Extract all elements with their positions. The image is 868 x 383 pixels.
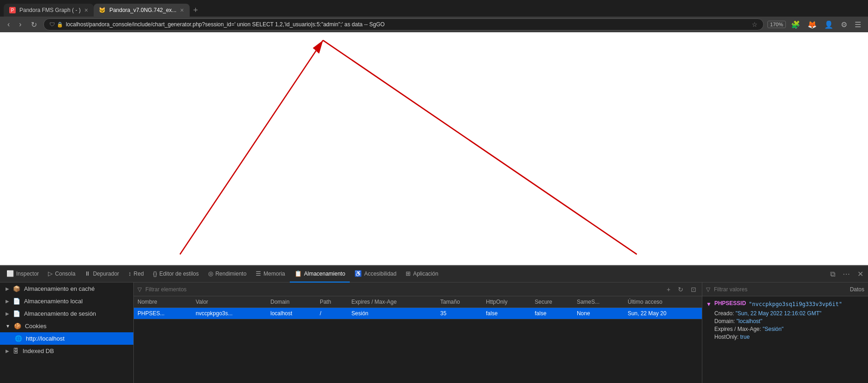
filter-icon: ▽ <box>138 286 142 293</box>
tab-network[interactable]: ↕ Red <box>124 266 149 283</box>
storage-table: Nombre Valor Domain Path Expires / Max-A… <box>134 296 702 383</box>
cookie-prop-hostonly: HostOnly: true <box>706 334 864 340</box>
sidebar-item-cache[interactable]: ▶ 📦 Almacenamiento en caché <box>0 283 133 295</box>
svg-line-2 <box>323 40 637 254</box>
filter-values-input[interactable] <box>712 286 845 293</box>
tab-pandora-graph[interactable]: P Pandora FMS Graph ( - ) × <box>4 4 94 17</box>
style-editor-label: Editor de estilos <box>159 271 198 277</box>
col-sames: SameS... <box>573 296 624 308</box>
cookie-expand-icon: ▼ <box>706 301 712 307</box>
memory-icon: ☰ <box>256 270 261 277</box>
filter-input[interactable] <box>145 286 661 293</box>
sidebar-item-local-label: Almacenamiento local <box>24 298 83 305</box>
address-security-icons: 🛡 🔒 <box>49 21 63 28</box>
col-valor: Valor <box>192 296 267 308</box>
cell-secure: false <box>531 308 573 319</box>
menu-button[interactable]: ☰ <box>852 19 863 30</box>
col-tamano: Tamaño <box>437 296 482 308</box>
tab-pandora-v7[interactable]: 🐱 Pandora_v7.0NG.742_ex... × <box>94 4 190 17</box>
cookie-prop-domain: Domain: "localhost" <box>706 318 864 324</box>
forward-button[interactable]: › <box>16 19 24 29</box>
tab-style-editor[interactable]: {} Editor de estilos <box>149 266 204 283</box>
detach-button[interactable]: ⧉ <box>827 269 838 279</box>
local-arrow-icon: ▶ <box>6 299 9 304</box>
devtools-right-controls: ⧉ ⋯ ✕ <box>827 269 866 279</box>
network-icon: ↕ <box>128 270 132 277</box>
browser-chrome: P Pandora FMS Graph ( - ) × 🐱 Pandora_v7… <box>0 0 868 32</box>
cell-domain: localhost <box>267 308 316 319</box>
console-label: Consola <box>55 271 75 277</box>
more-button[interactable]: ⋯ <box>840 269 853 279</box>
tab-close-2[interactable]: × <box>180 6 184 14</box>
cookie-domain-value: "localhost" <box>736 318 762 324</box>
col-nombre: Nombre <box>134 296 192 308</box>
sidebar-item-localhost-label: http://localhost <box>26 335 65 342</box>
sidebar-item-cookies[interactable]: ▼ 🍪 Cookies <box>0 320 133 332</box>
application-label: Aplicación <box>413 271 438 277</box>
shield-icon: 🛡 <box>49 21 55 28</box>
localhost-icon: 🌐 <box>15 335 22 342</box>
tab-memory[interactable]: ☰ Memoria <box>251 266 290 283</box>
sidebar-item-indexeddb-label: Indexed DB <box>23 348 54 354</box>
cookie-hostonly-value: true <box>740 334 750 340</box>
sidebar-item-cookies-label: Cookies <box>25 323 47 330</box>
indexeddb-icon: 🗄 <box>13 348 19 354</box>
sidebar-item-session-label: Almacenamiento de sesión <box>24 310 96 317</box>
tab-application[interactable]: ⊞ Aplicación <box>401 266 443 283</box>
cell-httponly: false <box>482 308 531 319</box>
close-devtools-button[interactable]: ✕ <box>855 269 866 279</box>
sidebar-item-localhost[interactable]: 🌐 http://localhost <box>0 332 133 345</box>
filter-bar: ▽ + ↻ ⊡ <box>134 283 702 296</box>
tab-storage[interactable]: 📋 Almacenamiento <box>290 266 350 283</box>
storage-label: Almacenamiento <box>304 271 345 277</box>
application-icon: ⊞ <box>406 270 411 277</box>
sidebar-item-indexeddb[interactable]: ▶ 🗄 Indexed DB <box>0 345 133 357</box>
clear-button[interactable]: ⊡ <box>689 286 698 293</box>
tab-console[interactable]: ▷ Consola <box>43 266 80 283</box>
tab-performance[interactable]: ◎ Rendimiento <box>204 266 251 283</box>
refresh-button[interactable]: ↻ <box>676 286 685 293</box>
nav-bar: ‹ › ↻ 🛡 🔒 localhost/pandora_console/incl… <box>0 17 868 32</box>
address-text: localhost/pandora_console/include/chart_… <box>66 21 749 28</box>
col-secure: Secure <box>531 296 573 308</box>
tab-debugger[interactable]: ⏸ Depurador <box>80 266 124 283</box>
reload-button[interactable]: ↻ <box>28 19 40 30</box>
right-panel-header: ▽ Datos <box>702 283 868 296</box>
debugger-label: Depurador <box>93 271 119 277</box>
address-bar[interactable]: 🛡 🔒 localhost/pandora_console/include/ch… <box>43 18 764 30</box>
back-button[interactable]: ‹ <box>5 19 12 29</box>
add-filter-button[interactable]: + <box>665 286 672 293</box>
col-path: Path <box>316 296 348 308</box>
profile-badge[interactable]: 👤 <box>822 19 836 30</box>
col-ultimo-acceso: Último acceso <box>624 296 702 308</box>
cookie-expires-value: "Sesión" <box>763 326 784 332</box>
cookie-creado-value: "Sun, 22 May 2022 12:16:02 GMT" <box>736 310 821 317</box>
new-tab-button[interactable]: + <box>190 4 202 17</box>
debugger-icon: ⏸ <box>84 270 90 277</box>
col-httponly: HttpOnly <box>482 296 531 308</box>
tab-accessibility[interactable]: ♿ Accesibilidad <box>350 266 401 283</box>
extensions-button[interactable]: 🧩 <box>789 19 802 30</box>
indexeddb-arrow-icon: ▶ <box>6 348 9 354</box>
profile-button[interactable]: 🦊 <box>805 19 819 30</box>
tab-close-1[interactable]: × <box>84 6 88 14</box>
annotation-arrows <box>0 32 868 265</box>
inspector-label: Inspector <box>16 271 39 277</box>
sidebar-item-local[interactable]: ▶ 📄 Almacenamiento local <box>0 295 133 307</box>
sync-button[interactable]: ⚙ <box>838 19 850 30</box>
devtools-right-panel: ▽ Datos ▼ PHPSESSID "nvccpkpgo3sq1i9g333… <box>702 283 868 383</box>
session-icon: 📄 <box>13 310 20 317</box>
cell-nombre: PHPSES... <box>134 308 192 319</box>
svg-line-1 <box>180 40 323 254</box>
bookmark-icon[interactable]: ☆ <box>752 21 758 28</box>
devtools-sidebar: ▶ 📦 Almacenamiento en caché ▶ 📄 Almacena… <box>0 283 134 383</box>
sidebar-item-session[interactable]: ▶ 📄 Almacenamiento de sesión <box>0 307 133 320</box>
tab-inspector[interactable]: ⬜ Inspector <box>2 266 43 283</box>
cell-ultimo-acceso: Sun, 22 May 20 <box>624 308 702 319</box>
cookie-key: PHPSESSID <box>714 300 746 306</box>
devtools-main: ▽ + ↻ ⊡ Nombre Valor Domain Path Expires… <box>134 283 702 383</box>
accessibility-label: Accesibilidad <box>364 271 396 277</box>
lock-icon: 🔒 <box>57 22 63 28</box>
cookie-prop-expires: Expires / Max-Age: "Sesión" <box>706 326 864 332</box>
table-row[interactable]: PHPSES... nvccpkpgo3s... localhost / Ses… <box>134 308 702 319</box>
